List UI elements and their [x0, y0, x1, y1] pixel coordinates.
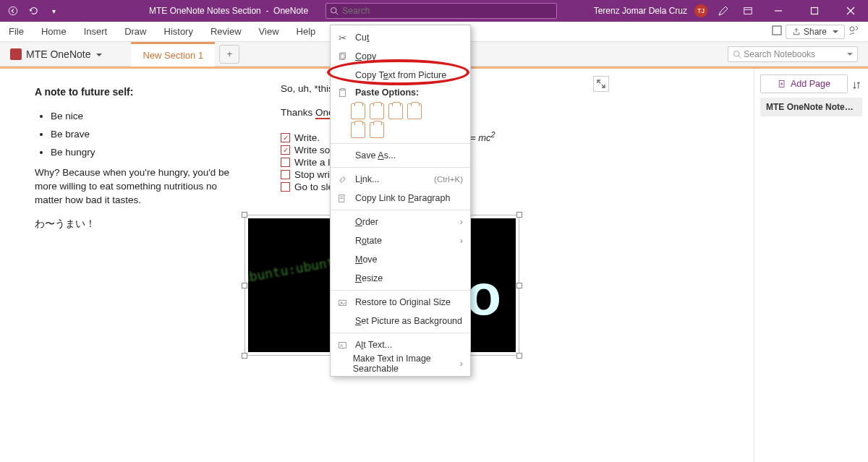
ribbon-tab-draw[interactable]: Draw: [116, 22, 155, 41]
link-icon: [336, 175, 348, 184]
ribbon-tab-file[interactable]: File: [0, 22, 33, 41]
ribbon-tab-history[interactable]: History: [156, 22, 202, 41]
notebook-dropdown[interactable]: MTE OneNote: [26, 48, 102, 60]
page-list-item[interactable]: MTE OneNote Notes Sect...: [760, 98, 862, 116]
svg-line-2: [336, 12, 338, 14]
title-bar: ▾ MTE OneNote Notes Section - OneNote Te…: [0, 0, 868, 22]
ribbon-tab-insert[interactable]: Insert: [75, 22, 116, 41]
ctx-link[interactable]: Link...(Ctrl+K): [331, 170, 470, 189]
fullscreen-icon[interactable]: [771, 25, 783, 38]
svg-point-0: [9, 7, 17, 14]
context-menu: ✂ Cut Copy Copy Text from Picture Paste …: [330, 25, 471, 377]
ctx-copy[interactable]: Copy: [331, 47, 470, 66]
checkbox-icon[interactable]: [281, 182, 290, 192]
image-glyph: o: [466, 262, 501, 328]
undo-icon[interactable]: [25, 2, 42, 20]
notebook-search[interactable]: Search Notebooks: [728, 46, 858, 62]
quick-access: ▾: [0, 2, 62, 20]
search-input[interactable]: [342, 6, 556, 16]
window-title: MTE OneNote Notes Section - OneNote: [149, 6, 308, 16]
paste-option-6[interactable]: [370, 122, 384, 138]
resize-handle[interactable]: [516, 283, 522, 288]
ribbon-tab-home[interactable]: Home: [33, 22, 75, 41]
ctx-paste-header: Paste Options:: [331, 85, 470, 100]
ctx-move[interactable]: Move: [331, 250, 470, 269]
pen-mode-icon[interactable]: [715, 2, 732, 20]
paste-option-picture[interactable]: [407, 103, 422, 119]
paste-options: [331, 100, 470, 122]
avatar[interactable]: TJ: [694, 4, 707, 17]
resize-handle[interactable]: [516, 353, 522, 359]
copy-link-icon: [336, 194, 348, 203]
paste-option-keep[interactable]: [351, 103, 365, 119]
global-search[interactable]: [326, 3, 557, 19]
search-icon: [733, 50, 741, 59]
pages-panel: Add Page MTE OneNote Notes Sect...: [754, 69, 868, 462]
svg-rect-9: [773, 26, 781, 35]
checkbox-icon[interactable]: ✓: [281, 133, 290, 142]
ctx-save-as[interactable]: Save As...: [331, 146, 470, 165]
resize-handle[interactable]: [242, 283, 247, 288]
paste-option-merge[interactable]: [370, 103, 384, 119]
paste-icon: [336, 88, 348, 98]
resize-handle[interactable]: [242, 353, 247, 359]
add-section-button[interactable]: +: [219, 45, 239, 64]
expand-icon[interactable]: [593, 76, 609, 92]
restore-icon: [336, 298, 348, 307]
paste-option-5[interactable]: [351, 122, 365, 138]
search-icon: [326, 7, 342, 15]
add-page-button[interactable]: Add Page: [760, 74, 848, 93]
customize-qat-icon[interactable]: ▾: [45, 2, 62, 20]
ctx-copy-text-from-picture[interactable]: Copy Text from Picture: [331, 66, 470, 85]
ctx-make-searchable[interactable]: Make Text in Image Searchable›: [331, 354, 470, 373]
paste-option-text[interactable]: [388, 103, 403, 119]
add-page-icon: [778, 80, 786, 88]
ctx-restore-original[interactable]: Restore to Original Size: [331, 293, 470, 312]
japanese-text: わ〜うまい！: [35, 218, 237, 231]
chevron-down-icon: [844, 49, 853, 59]
svg-rect-19: [341, 88, 344, 90]
checkbox-icon[interactable]: ✓: [281, 145, 290, 155]
section-tab[interactable]: New Section 1: [131, 42, 215, 67]
image-green-text: ubuntu:ubuntu: [248, 253, 344, 286]
user-name[interactable]: Terenz Jomar Dela Cruz: [594, 6, 687, 16]
feedback-icon[interactable]: [848, 25, 859, 38]
checkbox-icon[interactable]: [281, 170, 290, 179]
alt-text-icon: A: [336, 341, 348, 350]
svg-line-12: [739, 56, 741, 58]
notebook-icon: [10, 48, 22, 60]
ctx-rotate[interactable]: Rotate›: [331, 231, 470, 250]
cut-icon: ✂: [336, 33, 348, 43]
ribbon-tab-help[interactable]: Help: [288, 22, 325, 41]
resize-handle[interactable]: [516, 212, 522, 218]
back-icon[interactable]: [4, 2, 22, 20]
ctx-resize[interactable]: Resize: [331, 269, 470, 288]
titlebar-right: Terenz Jomar Dela Cruz TJ: [594, 0, 868, 22]
svg-point-10: [850, 27, 854, 31]
ctx-alt-text[interactable]: A Alt Text...: [331, 335, 470, 354]
minimize-button[interactable]: [764, 0, 793, 22]
svg-rect-3: [744, 8, 752, 14]
ribbon-mode-icon[interactable]: [739, 2, 757, 20]
ribbon-tab-view[interactable]: View: [250, 22, 288, 41]
sort-icon[interactable]: [852, 80, 862, 93]
svg-point-11: [734, 51, 740, 56]
ctx-copy-link-paragraph[interactable]: Copy Link to Paragraph: [331, 189, 470, 208]
ctx-cut[interactable]: ✂ Cut: [331, 28, 470, 47]
ribbon-tab-review[interactable]: Review: [202, 22, 250, 41]
copy-icon: [336, 52, 348, 61]
maximize-button[interactable]: [800, 0, 829, 22]
share-icon: [792, 27, 801, 36]
checkbox-icon[interactable]: [281, 158, 290, 167]
svg-rect-6: [812, 8, 818, 14]
paragraph: Why? Because when you're hungry, you'd b…: [35, 166, 237, 208]
svg-point-1: [331, 8, 337, 14]
paste-options-2: [331, 122, 470, 141]
ctx-set-background[interactable]: Set Picture as Background: [331, 312, 470, 330]
equation: = mc2: [470, 130, 495, 144]
resize-handle[interactable]: [242, 212, 247, 218]
ctx-order[interactable]: Order›: [331, 213, 470, 231]
svg-text:A: A: [340, 343, 343, 347]
share-button[interactable]: Share: [786, 25, 845, 39]
close-button[interactable]: [836, 0, 865, 22]
